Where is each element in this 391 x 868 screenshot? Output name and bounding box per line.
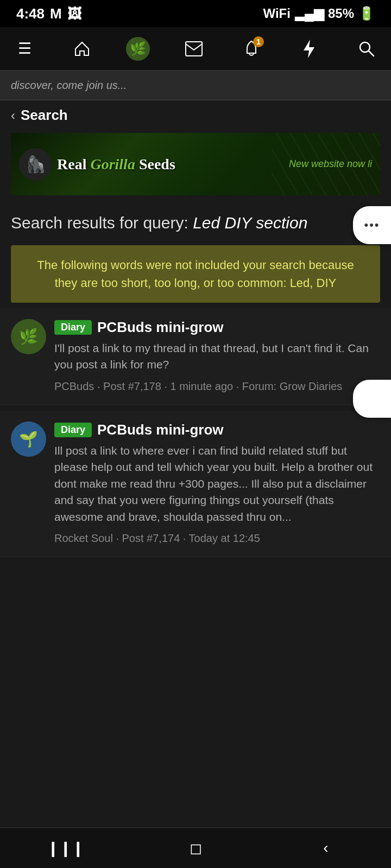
- ad-gorilla-icon: 🦍: [19, 148, 52, 181]
- result-meta-2: Rocket Soul · Post #7,174 · Today at 12:…: [54, 531, 380, 546]
- banner-area: discover, come join us...: [0, 71, 391, 100]
- result-content-1: Diary PCBuds mini-grow I'll post a link …: [54, 319, 380, 394]
- wifi-icon: WiFi: [263, 6, 291, 21]
- result-title-2: PCBuds mini-grow: [97, 422, 224, 438]
- result-avatar-1: 🌿: [11, 319, 46, 354]
- result-title-row-2: Diary PCBuds mini-grow: [54, 422, 380, 438]
- result-title-row-1: Diary PCBuds mini-grow: [54, 319, 380, 336]
- breadcrumb-bar: ‹ Search: [0, 100, 391, 130]
- nav-home-button[interactable]: ◻: [174, 832, 217, 864]
- result-item-2[interactable]: 🌱 Diary PCBuds mini-grow Ill post a link…: [0, 411, 391, 557]
- diary-badge-1: Diary: [54, 320, 92, 335]
- three-dots-button[interactable]: •••: [353, 206, 391, 244]
- notification-badge: 1: [253, 36, 264, 47]
- result-content-2: Diary PCBuds mini-grow Ill post a link t…: [54, 422, 380, 546]
- menu-button[interactable]: ☰: [11, 35, 38, 62]
- mail-button[interactable]: [180, 35, 207, 62]
- user-avatar[interactable]: 🌿: [126, 37, 150, 61]
- breadcrumb-label: Search: [21, 107, 68, 124]
- svg-rect-0: [186, 42, 202, 56]
- back-button[interactable]: ‹: [11, 108, 15, 123]
- search-warning-box: The following words were not included yo…: [11, 245, 380, 303]
- result-title-1: PCBuds mini-grow: [97, 319, 224, 336]
- search-results-header: Search results for query: Led DIY sectio…: [0, 198, 391, 245]
- result-excerpt-1: I'll post a link to my thread in that th…: [54, 340, 380, 373]
- banner-text: discover, come join us...: [11, 79, 127, 92]
- battery-icon: 🔋: [358, 6, 375, 21]
- status-time: 4:48: [16, 5, 45, 22]
- result-excerpt-2: Ill post a link to where ever i can find…: [54, 443, 380, 525]
- status-left: 4:48 M 🖼: [16, 5, 81, 22]
- image-icon: 🖼: [67, 5, 81, 22]
- ad-banner[interactable]: 🦍 Real Gorilla Seeds New website now li: [11, 133, 380, 195]
- result-meta-1: PCBuds · Post #7,178 · 1 minute ago · Fo…: [54, 379, 380, 394]
- result-item[interactable]: 🌿 Diary PCBuds mini-grow I'll post a lin…: [0, 308, 391, 405]
- diary-badge-2: Diary: [54, 423, 92, 437]
- nav-prev-button[interactable]: ‹: [304, 832, 348, 864]
- battery-label: 85%: [328, 6, 354, 21]
- bolt-button[interactable]: [295, 35, 323, 62]
- result-avatar-2: 🌱: [11, 422, 46, 457]
- sound-widget[interactable]: ♩)): [353, 380, 391, 418]
- ad-bg-decoration: [272, 133, 380, 195]
- ad-logo-area: 🦍 Real Gorilla Seeds: [11, 143, 184, 186]
- signal-icon: ▂▄▆: [295, 6, 324, 21]
- notification-button[interactable]: 1: [238, 35, 265, 62]
- nav-back-button[interactable]: ❙❙❙: [43, 832, 87, 864]
- status-right: WiFi ▂▄▆ 85% 🔋: [263, 6, 375, 21]
- sound-icon: ♩)): [363, 390, 381, 408]
- home-button[interactable]: [68, 35, 96, 62]
- nav-bar: ☰ 🌿 1: [0, 27, 391, 71]
- gmail-icon: M: [50, 5, 62, 22]
- status-bar: 4:48 M 🖼 WiFi ▂▄▆ 85% 🔋: [0, 0, 391, 27]
- ad-logo-text: Real Gorilla Seeds: [57, 156, 175, 173]
- search-button[interactable]: [353, 35, 380, 62]
- bottom-nav: ❙❙❙ ◻ ‹: [0, 827, 391, 868]
